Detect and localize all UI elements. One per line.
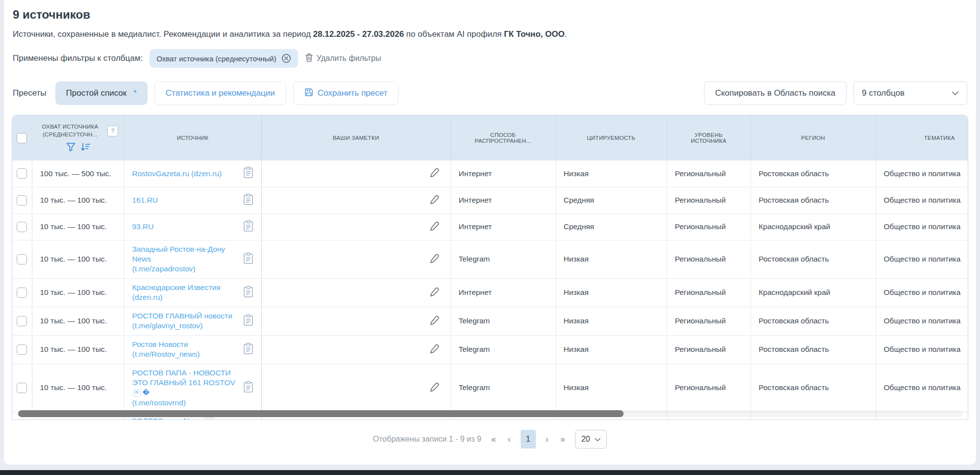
filter-chip-label: Охват источника (среднесуточный) — [156, 54, 276, 63]
distribution-cell: Telegram — [451, 307, 555, 335]
current-page-button[interactable]: 1 — [521, 430, 536, 449]
citation-cell: Низкая — [555, 307, 667, 335]
distribution-cell: Telegram — [451, 240, 555, 278]
page-size-select[interactable]: 20 — [575, 430, 607, 449]
source-cell: 161.RU — [124, 187, 261, 213]
citation-cell: Низкая — [555, 240, 667, 278]
horizontal-scrollbar-track[interactable] — [17, 410, 963, 417]
select-all-checkbox[interactable] — [17, 133, 27, 143]
table-row[interactable]: 10 тыс. — 100 тыс. Ростов Новости (t.me/… — [12, 335, 968, 364]
source-link[interactable]: Ростов Новости (t.me/Rostov_news) — [132, 340, 200, 358]
distribution-cell: Интернет — [451, 160, 555, 187]
source-handle-link[interactable]: (t.me/zapadrostov) — [132, 264, 238, 274]
row-checkbox[interactable] — [17, 195, 27, 206]
sort-descending-icon[interactable] — [80, 142, 90, 153]
header-citation[interactable]: ЦИТИРУЕМОСТЬ — [555, 115, 667, 160]
edit-note-icon[interactable] — [429, 347, 440, 355]
notes-cell — [261, 278, 451, 307]
edit-note-icon[interactable] — [429, 171, 440, 179]
source-link[interactable]: RostovGazeta.ru (dzen.ru) — [132, 169, 222, 178]
row-select-cell — [12, 364, 32, 412]
row-checkbox[interactable] — [17, 254, 27, 264]
sources-table: ОХВАТ ИСТОЧНИКА (СРЕДНЕСУТОЧН... ? — [12, 115, 968, 420]
source-handle-link[interactable]: (t.me/glavnyi_rostov) — [132, 321, 232, 331]
citation-cell: Низкая — [555, 335, 667, 364]
source-link[interactable]: РОСТОВ сити News — [132, 417, 202, 420]
table-row[interactable]: 10 тыс. — 100 тыс. Краснодарские Извести… — [12, 278, 968, 307]
row-checkbox[interactable] — [17, 222, 27, 232]
clipboard-icon[interactable] — [243, 252, 253, 266]
row-checkbox[interactable] — [17, 344, 27, 355]
clipboard-icon[interactable] — [243, 166, 253, 181]
horizontal-scrollbar-thumb[interactable] — [18, 410, 624, 417]
source-link[interactable]: Краснодарские Известия (dzen.ru) — [132, 283, 221, 301]
row-checkbox[interactable] — [17, 316, 27, 326]
help-icon[interactable]: ? — [107, 126, 118, 136]
preset-simple-list-button[interactable]: Простой список * — [55, 81, 148, 105]
clipboard-icon[interactable] — [243, 419, 253, 420]
level-cell: Региональный — [667, 213, 751, 240]
table-scroll-viewport[interactable]: ОХВАТ ИСТОЧНИКА (СРЕДНЕСУТОЧН... ? — [12, 115, 968, 420]
header-distribution-label: СПОСОБ РАСПРОСТРАНЕН... — [461, 132, 545, 144]
page-title: 9 источников — [13, 8, 967, 22]
row-select-cell — [12, 160, 32, 187]
header-distribution[interactable]: СПОСОБ РАСПРОСТРАНЕН... — [451, 115, 555, 160]
table-row[interactable]: 10 тыс. — 100 тыс. 93.RU Интернет Средня… — [12, 213, 968, 240]
table-row[interactable]: 10 тыс. — 100 тыс. РОСТОВ ПАПА - НОВОСТИ… — [12, 364, 968, 412]
row-checkbox[interactable] — [17, 288, 27, 298]
filter-funnel-icon[interactable] — [66, 142, 75, 153]
header-topic-label: ТЕМАТИКА — [924, 135, 955, 141]
header-notes[interactable]: ВАШИ ЗАМЕТКИ — [261, 115, 451, 160]
edit-note-icon[interactable] — [429, 318, 440, 327]
header-level[interactable]: УРОВЕНЬ ИСТОЧНИКА — [667, 115, 751, 160]
clipboard-icon[interactable] — [243, 193, 253, 208]
prev-page-button[interactable]: ‹ — [506, 434, 513, 445]
header-source[interactable]: ИСТОЧНИК — [124, 115, 261, 160]
first-page-button[interactable]: « — [489, 434, 498, 445]
clipboard-icon[interactable] — [243, 314, 253, 328]
header-reach[interactable]: ОХВАТ ИСТОЧНИКА (СРЕДНЕСУТОЧН... ? — [32, 115, 124, 160]
table-row[interactable]: 10 тыс. — 100 тыс. Западный Ростов-на-До… — [12, 240, 968, 278]
clipboard-icon[interactable] — [243, 343, 253, 357]
clear-filters-button[interactable]: Удалить фильтры — [305, 53, 381, 64]
header-topic[interactable]: ТЕМАТИКА — [876, 115, 968, 160]
table-row[interactable]: 10 тыс. — 100 тыс. 161.RU Интернет Средн… — [12, 187, 968, 213]
last-page-button[interactable]: » — [558, 434, 567, 445]
level-cell: Региональный — [667, 278, 751, 307]
columns-select[interactable]: 9 столбцов — [854, 81, 967, 105]
distribution-cell: Telegram — [451, 335, 555, 364]
header-region[interactable]: РЕГИОН — [751, 115, 876, 160]
topic-cell: Общество и политика — [876, 240, 968, 278]
applied-filters-row: Применены фильтры к столбцам: Охват исто… — [13, 49, 967, 68]
source-link[interactable]: Западный Ростов-на-Дону News — [132, 245, 226, 263]
filter-chip-reach[interactable]: Охват источника (среднесуточный) — [150, 49, 298, 68]
copy-to-search-button[interactable]: Скопировать в Область поиска — [704, 81, 847, 105]
row-checkbox[interactable] — [17, 383, 27, 393]
edit-note-icon[interactable] — [429, 198, 440, 206]
table-row[interactable]: 10 тыс. — 100 тыс. РОСТОВ ГЛАВНЫЙ новост… — [12, 307, 968, 335]
edit-note-icon[interactable] — [429, 257, 440, 265]
table-row[interactable]: 100 тыс. — 500 тыс. RostovGazeta.ru (dze… — [12, 160, 968, 187]
edit-note-icon[interactable] — [429, 224, 440, 233]
clipboard-icon[interactable] — [243, 381, 253, 395]
edit-note-icon[interactable] — [429, 385, 440, 394]
reach-cell: 10 тыс. — 100 тыс. — [32, 278, 124, 307]
edit-note-icon[interactable] — [429, 290, 440, 298]
source-link[interactable]: РОСТОВ ГЛАВНЫЙ новости — [132, 312, 232, 320]
source-handle-link[interactable]: (t.me/rostovrnd) — [132, 398, 238, 408]
source-link[interactable]: 161.RU — [132, 196, 158, 204]
row-checkbox[interactable] — [17, 168, 27, 179]
source-cell: Краснодарские Известия (dzen.ru) — [124, 278, 261, 307]
remove-chip-icon[interactable] — [281, 53, 291, 63]
subtitle-suffix: . — [565, 29, 567, 39]
save-preset-button[interactable]: Сохранить пресет — [293, 81, 399, 105]
preset-stats-button[interactable]: Статистика и рекомендации — [154, 81, 286, 105]
clipboard-icon[interactable] — [243, 286, 253, 300]
source-link[interactable]: РОСТОВ ПАПА - НОВОСТИ ЭТО ГЛАВНЫЙ 161 RO… — [132, 369, 235, 387]
topic-cell: Общество и политика — [876, 364, 968, 412]
source-link[interactable]: 93.RU — [132, 222, 154, 231]
source-cell: Западный Ростов-на-Дону News (t.me/zapad… — [124, 240, 261, 278]
sources-table-card: ОХВАТ ИСТОЧНИКА (СРЕДНЕСУТОЧН... ? — [12, 115, 968, 420]
clipboard-icon[interactable] — [243, 220, 253, 234]
next-page-button[interactable]: › — [544, 434, 551, 445]
